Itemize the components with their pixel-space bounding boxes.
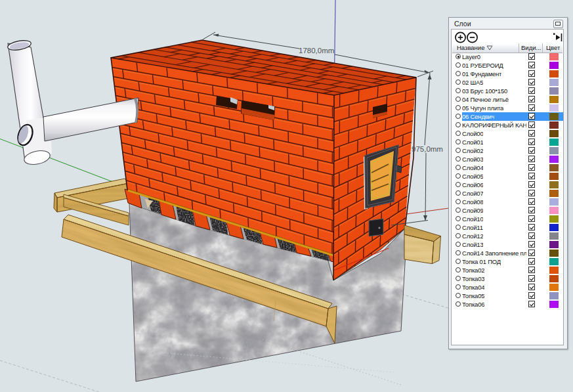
svg-text:1780,0mm: 1780,0mm [299, 47, 334, 54]
svg-text:975,0mm: 975,0mm [412, 145, 443, 153]
